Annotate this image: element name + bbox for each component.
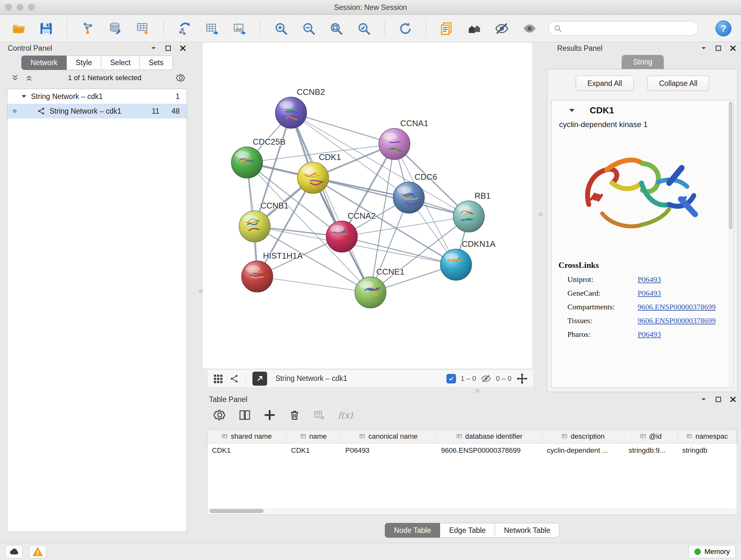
results-scrollbar[interactable] [729, 101, 733, 387]
uniprot-link[interactable]: P06493 [637, 275, 661, 284]
column-header-id[interactable]: @id [624, 429, 678, 443]
network-node-hist1h1a[interactable] [242, 261, 273, 292]
network-node-ccnb1[interactable] [239, 211, 270, 242]
tissues-link[interactable]: 9606.ENSP00000378699 [637, 316, 716, 325]
zoom-in-button[interactable] [272, 19, 290, 38]
zoom-selected-button[interactable] [355, 19, 373, 38]
splitter-handle[interactable] [475, 389, 479, 393]
gear-icon[interactable] [213, 409, 226, 422]
network-edge[interactable] [291, 113, 394, 144]
zoom-window-button[interactable] [28, 4, 35, 10]
panel-collapse-icon[interactable] [700, 396, 707, 403]
network-node-cdc25b[interactable] [231, 147, 263, 178]
genecard-link[interactable]: P06493 [637, 289, 661, 298]
cloud-status-button[interactable] [5, 545, 23, 558]
share-network-icon[interactable] [230, 374, 239, 383]
network-collection-row[interactable]: String Network – cdk1 1 [7, 89, 187, 104]
splitter-handle[interactable] [539, 212, 542, 216]
table-horizontal-scrollbar[interactable] [208, 508, 736, 514]
tab-select[interactable]: Select [101, 56, 140, 70]
scrollbar-thumb[interactable] [209, 509, 264, 513]
network-node-ccna2[interactable] [326, 221, 357, 252]
network-node-cdk1[interactable] [297, 162, 329, 193]
panel-close-icon[interactable] [730, 45, 737, 52]
panel-close-icon[interactable] [179, 45, 186, 52]
column-header-canonical-name[interactable]: canonical name [341, 429, 436, 443]
warnings-button[interactable] [29, 545, 47, 558]
panel-float-icon[interactable] [165, 45, 172, 52]
cell-namespace[interactable]: stringdb [678, 446, 737, 455]
column-header-name[interactable]: name [286, 429, 341, 443]
import-network-database-button[interactable] [106, 19, 125, 38]
duplicate-document-button[interactable] [437, 19, 456, 38]
cell-database-identifier[interactable]: 9606.ENSP00000378699 [436, 446, 542, 455]
disclosure-triangle-icon[interactable] [568, 107, 576, 114]
minimize-window-button[interactable] [17, 4, 23, 10]
import-table-button[interactable] [134, 19, 152, 38]
splitter-handle[interactable] [199, 289, 203, 293]
save-session-button[interactable] [37, 19, 56, 38]
tab-style[interactable]: Style [67, 56, 101, 70]
panel-collapse-icon[interactable] [700, 45, 707, 52]
network-table-tab[interactable]: Network Table [495, 523, 559, 538]
panel-float-icon[interactable] [715, 396, 722, 403]
pan-crosshair-icon[interactable] [516, 373, 528, 385]
node-table-tab[interactable]: Node Table [385, 523, 441, 538]
cell-shared-name[interactable]: CDK1 [207, 446, 286, 455]
apply-layout-button[interactable] [396, 19, 414, 38]
compartments-link[interactable]: 9606.ENSP00000378699 [637, 303, 716, 311]
grid-view-icon[interactable] [212, 373, 223, 384]
tab-network[interactable]: Network [21, 56, 67, 70]
disclosure-triangle-icon[interactable] [21, 93, 27, 100]
panel-close-icon[interactable] [730, 396, 737, 403]
network-node-ccna1[interactable] [379, 128, 410, 160]
network-edge[interactable] [291, 113, 370, 293]
network-edge[interactable] [257, 276, 370, 293]
collapse-all-button[interactable]: Collapse All [647, 76, 709, 91]
column-header-database-identifier[interactable]: database identifier [436, 429, 542, 443]
cell-id[interactable]: stringdb:9... [624, 446, 678, 455]
hide-selected-button[interactable] [493, 19, 511, 38]
edge-table-tab[interactable]: Edge Table [440, 523, 495, 538]
network-node-rb1[interactable] [453, 201, 484, 232]
network-graph[interactable]: CCNB2CCNA1CDC25BCDK1CDC6RB1CCNB1CCNA2CDK… [203, 43, 532, 368]
network-node-cdc6[interactable] [393, 182, 424, 213]
panel-float-icon[interactable] [715, 45, 722, 52]
clone-network-button[interactable] [175, 19, 193, 38]
column-header-shared-name[interactable]: shared name [207, 429, 286, 443]
help-button[interactable]: ? [716, 20, 731, 37]
zoom-out-button[interactable] [300, 19, 318, 38]
memory-button[interactable]: Memory [688, 545, 736, 558]
add-column-icon[interactable] [263, 409, 276, 422]
open-in-new-window-button[interactable] [253, 372, 267, 386]
function-builder-button[interactable]: f(x) [338, 410, 353, 420]
gear-icon[interactable] [176, 73, 186, 83]
neighbors-button[interactable] [465, 19, 483, 38]
zoom-fit-button[interactable] [327, 19, 345, 38]
panel-collapse-icon[interactable] [150, 45, 157, 52]
cell-canonical-name[interactable]: P06493 [341, 446, 436, 455]
delete-column-icon[interactable] [288, 409, 301, 422]
scrollbar-thumb[interactable] [729, 102, 732, 229]
expand-all-button[interactable]: Expand All [576, 76, 634, 91]
show-all-button[interactable] [521, 19, 539, 38]
collapse-all-icon[interactable] [11, 74, 19, 82]
column-header-description[interactable]: description [542, 429, 624, 443]
column-header-namespace[interactable]: namespac [678, 429, 737, 443]
cell-name[interactable]: CDK1 [286, 446, 341, 455]
import-network-file-button[interactable] [78, 19, 97, 38]
close-window-button[interactable] [5, 4, 12, 10]
cell-description[interactable]: cyclin-dependent ... [542, 446, 624, 455]
table-row[interactable]: CDK1 CDK1 P06493 9606.ENSP00000378699 cy… [207, 443, 737, 457]
search-input[interactable] [548, 21, 698, 36]
expand-all-icon[interactable] [25, 74, 33, 82]
open-session-button[interactable] [10, 19, 28, 38]
selection-indicator-checkbox[interactable] [447, 374, 456, 383]
tab-string[interactable]: String [622, 55, 664, 69]
network-row[interactable]: String Network – cdk1 11 48 [7, 104, 187, 118]
hidden-eye-slash-icon[interactable] [481, 373, 491, 384]
network-edge[interactable] [313, 178, 469, 216]
columns-icon[interactable] [239, 409, 251, 422]
export-table-button[interactable] [203, 19, 221, 38]
network-node-ccne1[interactable] [355, 277, 386, 308]
